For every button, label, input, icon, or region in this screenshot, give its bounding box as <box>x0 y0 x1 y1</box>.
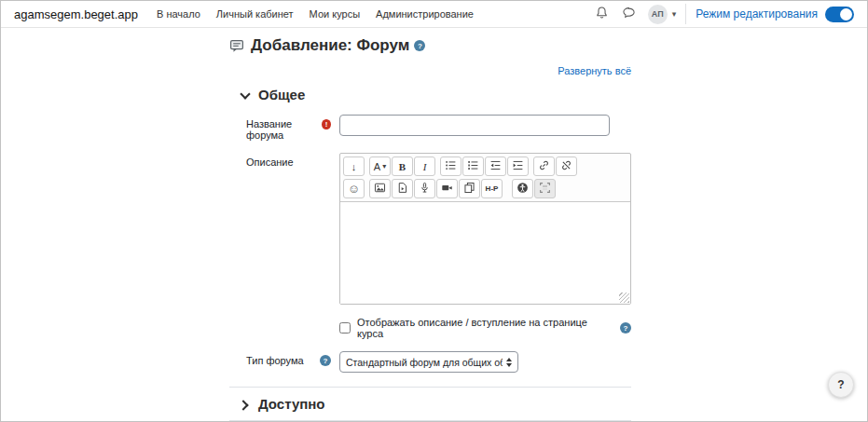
app-window: agamsegem.beget.app В начало Личный каби… <box>0 0 868 422</box>
h5p-button[interactable]: H-P <box>481 179 503 198</box>
edit-mode-label: Режим редактирования <box>696 7 818 20</box>
editor-toolbar: ↓ A▾ B I <box>340 154 630 198</box>
edit-mode-toggle[interactable] <box>825 7 854 22</box>
primary-nav: В начало Личный кабинет Мои курсы Админи… <box>157 8 474 20</box>
forum-type-select[interactable]: Стандартный форум для общих обсуждений <box>339 351 518 373</box>
unordered-list-button[interactable] <box>440 157 462 176</box>
required-icon: ! <box>322 119 331 129</box>
screenreader-icon <box>539 182 551 196</box>
section-header-availability[interactable]: Доступно <box>229 388 631 420</box>
forum-type-help-icon[interactable]: ? <box>320 355 331 366</box>
description-editor-area[interactable] <box>340 201 630 304</box>
forum-name-label-cell: Название форума ! <box>246 115 339 141</box>
outdent-button[interactable] <box>485 157 506 176</box>
collapsed-sections: Доступно Подсчет вложений и слов Подписк… <box>229 387 631 422</box>
files-icon <box>463 182 475 196</box>
outdent-icon <box>489 159 502 173</box>
nav-item-dashboard[interactable]: Личный кабинет <box>216 8 294 20</box>
chat-icon <box>622 6 636 22</box>
link-icon <box>538 159 550 173</box>
site-brand[interactable]: agamsegem.beget.app <box>14 7 138 21</box>
media-icon <box>396 182 408 196</box>
indent-icon <box>512 159 524 173</box>
navbar-divider <box>685 4 686 24</box>
record-video-button[interactable] <box>436 179 458 198</box>
page-help-icon[interactable]: ? <box>414 40 425 51</box>
record-audio-button[interactable] <box>414 179 435 198</box>
forum-type-row: Тип форума ? Стандартный форум для общих… <box>229 351 631 373</box>
toolbar-row-1: ↓ A▾ B I <box>343 157 627 176</box>
nav-item-administration[interactable]: Администрирование <box>376 8 474 20</box>
ordered-list-button[interactable] <box>462 157 484 176</box>
page-title: Добавление: Форум ? <box>229 36 631 55</box>
display-description-row: Отображать описание / вступление на стра… <box>339 317 631 339</box>
rich-text-editor: ↓ A▾ B I <box>339 153 631 305</box>
display-description-help-icon[interactable]: ? <box>620 322 631 334</box>
collapse-toolbar-button[interactable]: ↓ <box>343 157 365 176</box>
chevron-right-icon <box>241 401 248 408</box>
emoticon-button[interactable]: ☺ <box>343 179 365 198</box>
insert-image-button[interactable] <box>369 179 391 198</box>
italic-button[interactable]: I <box>414 157 435 176</box>
video-camera-icon <box>441 182 453 196</box>
ordered-list-icon <box>467 159 479 173</box>
nav-item-home[interactable]: В начало <box>157 8 200 20</box>
top-navbar: agamsegem.beget.app В начало Личный каби… <box>1 1 867 28</box>
accessibility-checker-button[interactable] <box>512 179 533 198</box>
toolbar-row-2: ☺ <box>343 179 627 198</box>
unordered-list-icon <box>445 159 457 173</box>
forum-icon <box>229 38 244 53</box>
unlink-icon <box>560 159 572 173</box>
font-styles-button[interactable]: A▾ <box>369 157 391 176</box>
section-title: Доступно <box>258 396 325 412</box>
dropdown-caret-icon: ▾ <box>382 162 386 170</box>
accessibility-icon <box>517 182 529 196</box>
description-row: Описание ↓ A▾ B I <box>229 153 631 305</box>
link-button[interactable] <box>533 157 555 176</box>
nav-item-my-courses[interactable]: Мои курсы <box>310 8 360 20</box>
description-label: Описание <box>246 157 294 168</box>
forum-name-row: Название форума ! <box>229 115 631 141</box>
unlink-button[interactable] <box>556 157 577 176</box>
chevron-down-icon <box>241 91 248 99</box>
notifications-button[interactable] <box>588 6 615 22</box>
main-content: Добавление: Форум ? Развернуть всё Общее… <box>229 28 631 422</box>
font-glyph: A <box>374 161 380 172</box>
display-description-checkbox[interactable] <box>339 322 351 334</box>
indent-button[interactable] <box>507 157 529 176</box>
bold-button[interactable]: B <box>392 157 413 176</box>
expand-all-link[interactable]: Развернуть всё <box>558 65 631 76</box>
floating-help-button[interactable]: ? <box>828 372 854 398</box>
resize-grip[interactable] <box>619 293 629 303</box>
forum-name-input[interactable] <box>339 115 610 136</box>
microphone-icon <box>419 182 431 196</box>
bell-icon <box>595 6 609 22</box>
page-title-text: Добавление: Форум <box>251 36 409 55</box>
insert-media-button[interactable] <box>392 179 413 198</box>
screenreader-helper-button[interactable] <box>534 179 556 198</box>
forum-type-selected-value: Стандартный форум для общих обсуждений <box>346 357 503 368</box>
navbar-right: АП ▾ Режим редактирования <box>588 4 854 24</box>
user-menu-caret-icon[interactable]: ▾ <box>672 9 677 19</box>
forum-type-label: Тип форума <box>246 355 304 366</box>
manage-files-button[interactable] <box>459 179 480 198</box>
toggle-knob <box>840 8 852 20</box>
description-label-cell: Описание <box>246 153 339 305</box>
forum-name-label: Название форума <box>246 118 322 141</box>
image-icon <box>374 182 386 196</box>
section-title: Общее <box>258 87 305 102</box>
user-avatar[interactable]: АП <box>648 5 668 24</box>
section-header-general[interactable]: Общее <box>229 87 631 102</box>
messages-button[interactable] <box>615 6 642 22</box>
forum-type-label-cell: Тип форума ? <box>246 351 339 373</box>
select-arrows-icon <box>506 358 512 367</box>
expand-all-row: Развернуть всё <box>229 61 631 78</box>
display-description-label: Отображать описание / вступление на стра… <box>357 317 615 339</box>
